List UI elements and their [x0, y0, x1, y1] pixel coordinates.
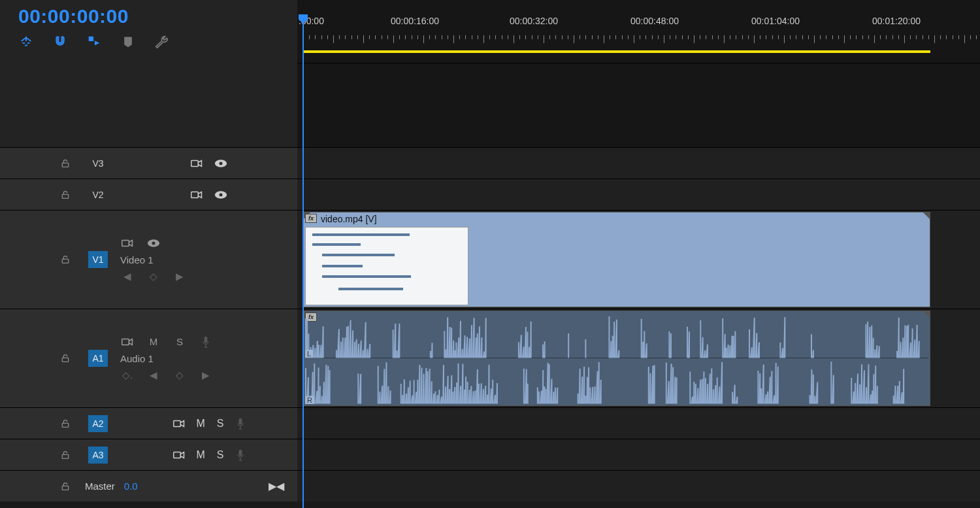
- eye-icon[interactable]: [214, 190, 227, 199]
- settings-icon[interactable]: [154, 34, 170, 50]
- timeline-header: 00:00:00:00 :00:: [0, 0, 980, 63]
- add-key-icon[interactable]: ◇: [172, 368, 187, 382]
- timeline-toolbar: [18, 34, 297, 50]
- track-label-v1[interactable]: V1: [88, 251, 107, 268]
- audio-channel-left: L: [305, 313, 928, 358]
- svg-rect-4: [62, 194, 68, 198]
- track-output-icon[interactable]: [173, 450, 185, 460]
- fx-badge[interactable]: fx: [305, 214, 317, 223]
- track-content-v2[interactable]: [297, 179, 980, 210]
- mic-icon[interactable]: [199, 335, 213, 349]
- master-volume[interactable]: 0.0: [124, 481, 138, 492]
- track-content-master[interactable]: [297, 471, 980, 501]
- mic-icon[interactable]: [236, 418, 245, 430]
- track-output-icon[interactable]: [120, 335, 135, 349]
- lock-icon[interactable]: [60, 158, 71, 169]
- svg-rect-20: [238, 449, 242, 456]
- svg-rect-14: [204, 336, 208, 343]
- mute-button[interactable]: M: [197, 449, 205, 461]
- svg-rect-1: [191, 160, 198, 166]
- playhead[interactable]: [302, 14, 304, 508]
- svg-rect-13: [122, 339, 129, 345]
- keyframe-mode-icon[interactable]: ◇.: [120, 368, 135, 382]
- track-label-a2[interactable]: A2: [88, 415, 107, 432]
- svg-point-3: [219, 161, 222, 165]
- lock-icon[interactable]: [60, 190, 71, 200]
- lock-icon[interactable]: [60, 481, 71, 492]
- clip-thumb: [305, 227, 468, 305]
- lock-icon[interactable]: [60, 450, 71, 460]
- track-label-v2[interactable]: V2: [88, 186, 107, 203]
- add-key-icon[interactable]: ◇: [146, 269, 161, 284]
- track-content-a2[interactable]: [297, 408, 980, 439]
- clip-label: video.mp4 [V]: [321, 214, 377, 224]
- track-name-v1: Video 1: [120, 254, 297, 265]
- track-a1: A1 M S Audio 1 ◇. ◀ ◇ ▶: [0, 309, 980, 407]
- track-content-a1[interactable]: fx L R: [297, 309, 980, 407]
- track-content-a3[interactable]: [297, 439, 980, 470]
- linked-selection-icon[interactable]: [86, 34, 102, 50]
- tracks-top-spacer: [0, 63, 980, 147]
- solo-button[interactable]: S: [172, 335, 187, 349]
- track-master: Master 0.0 ▶◀: [0, 470, 980, 501]
- eye-icon[interactable]: [214, 159, 227, 168]
- lock-icon[interactable]: [60, 418, 71, 429]
- track-output-icon[interactable]: [191, 159, 203, 168]
- insert-icon[interactable]: [18, 34, 34, 50]
- svg-rect-5: [191, 192, 198, 197]
- prev-key-icon[interactable]: ◀: [120, 269, 135, 284]
- track-name-a1: Audio 1: [120, 353, 297, 364]
- svg-rect-21: [62, 486, 68, 490]
- audio-channel-right: R: [305, 358, 928, 404]
- next-key-icon[interactable]: ▶: [172, 269, 187, 284]
- track-content-v3[interactable]: [297, 148, 980, 178]
- svg-rect-9: [122, 240, 129, 246]
- next-key-icon[interactable]: ▶: [199, 368, 213, 382]
- master-label: Master: [85, 481, 115, 492]
- ruler-label: 00:00:32:00: [510, 16, 558, 26]
- track-a3: A3 M S: [0, 439, 980, 470]
- snap-icon[interactable]: [52, 34, 68, 50]
- svg-rect-18: [62, 454, 68, 458]
- eye-icon[interactable]: [146, 236, 161, 250]
- svg-rect-16: [173, 420, 180, 426]
- lock-icon[interactable]: [60, 353, 71, 364]
- ruler-label: 00:01:04:00: [751, 16, 800, 26]
- mute-button[interactable]: M: [146, 335, 161, 349]
- track-output-icon[interactable]: [173, 419, 185, 428]
- track-label-a1[interactable]: A1: [88, 350, 107, 367]
- video-clip[interactable]: fx video.mp4 [V]: [303, 212, 930, 307]
- track-output-icon[interactable]: [120, 236, 135, 250]
- track-label-a3[interactable]: A3: [88, 447, 107, 464]
- svg-rect-0: [62, 163, 68, 167]
- solo-button[interactable]: S: [217, 418, 224, 430]
- track-v3: V3: [0, 147, 980, 178]
- mute-button[interactable]: M: [197, 418, 205, 430]
- work-area-bar[interactable]: [303, 50, 930, 53]
- svg-rect-19: [173, 452, 180, 458]
- time-ruler[interactable]: :00:0000:00:16:0000:00:32:0000:00:48:000…: [297, 0, 980, 63]
- prev-key-icon[interactable]: ◀: [146, 368, 161, 382]
- solo-button[interactable]: S: [217, 449, 224, 461]
- lock-icon[interactable]: [60, 254, 71, 265]
- ruler-label: 00:01:20:00: [872, 16, 921, 26]
- svg-point-11: [152, 241, 155, 245]
- audio-clip[interactable]: fx L R: [303, 311, 930, 406]
- svg-rect-17: [238, 418, 242, 424]
- header-left: 00:00:00:00: [0, 0, 297, 63]
- svg-point-7: [219, 193, 222, 196]
- track-a2: A2 M S: [0, 407, 980, 439]
- svg-rect-15: [62, 423, 68, 427]
- track-v1: V1 Video 1 ◀ ◇ ▶ fx: [0, 210, 980, 309]
- track-v2: V2: [0, 178, 980, 210]
- ruler-label: 00:00:16:00: [391, 16, 439, 26]
- track-label-v3[interactable]: V3: [88, 155, 107, 172]
- track-output-icon[interactable]: [191, 190, 203, 199]
- current-timecode[interactable]: 00:00:00:00: [18, 5, 297, 27]
- mic-icon[interactable]: [236, 449, 245, 461]
- marker-icon[interactable]: [120, 34, 136, 50]
- collapse-icon[interactable]: ▶◀: [269, 480, 284, 492]
- svg-rect-12: [62, 358, 68, 362]
- track-content-v1[interactable]: fx video.mp4 [V]: [297, 211, 980, 309]
- svg-rect-8: [62, 259, 68, 263]
